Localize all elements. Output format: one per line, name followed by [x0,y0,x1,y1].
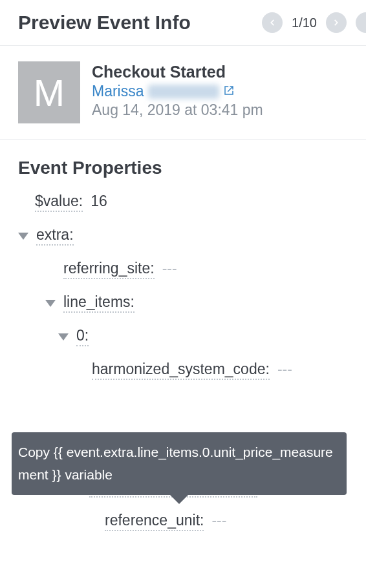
chevron-right-icon [332,18,341,27]
prop-key-ref-unit[interactable]: reference_unit: [105,512,204,531]
event-timestamp: Aug 14, 2019 at 03:41 pm [92,101,348,119]
prop-extra: extra: [18,226,366,246]
pager: 1/10 [262,12,366,33]
prop-key-referring-site[interactable]: referring_site: [63,260,155,279]
event-card: M Checkout Started Marissa Aug 14, 2019 … [0,46,366,140]
prop-hsc: harmonized_system_code: --- [18,361,366,380]
caret-icon[interactable] [58,333,69,341]
event-meta: Checkout Started Marissa Aug 14, 2019 at… [92,61,348,123]
external-link-icon[interactable] [223,83,235,100]
copy-variable-tooltip[interactable]: Copy {{ event.extra.line_items.0.unit_pr… [12,432,347,495]
prop-val-referring-site: --- [162,260,177,277]
avatar: M [18,61,80,123]
event-properties-title: Event Properties [18,158,366,178]
pager-count: 1/10 [292,16,317,30]
prop-key-0[interactable]: 0: [76,327,89,346]
prop-line-items: line_items: [18,293,366,313]
prop-index-0: 0: [18,327,366,346]
header: Preview Event Info 1/10 [0,0,366,46]
chevron-left-icon [268,18,277,27]
prop-key-line-items[interactable]: line_items: [63,293,135,313]
prop-referring-site: referring_site: --- [18,260,366,279]
event-user-link[interactable]: Marissa [92,83,348,100]
prop-val-ref-unit: --- [211,512,226,529]
prop-key-hsc[interactable]: harmonized_system_code: [92,361,270,380]
page-title: Preview Event Info [18,12,191,34]
prop-reference-unit: reference_unit: --- [18,512,366,531]
caret-icon[interactable] [45,300,56,307]
next-button[interactable] [326,12,347,33]
prop-key-extra[interactable]: extra: [36,226,74,246]
prev-button[interactable] [262,12,283,33]
user-last-name-redacted [148,85,219,99]
prop-value: $value: 16 [18,193,366,212]
caret-icon[interactable] [18,233,28,240]
prop-key-value[interactable]: $value: [35,193,83,212]
pager-more-button[interactable] [356,12,366,33]
user-first-name[interactable]: Marissa [92,83,144,100]
prop-val-value: 16 [91,193,107,210]
prop-val-hsc: --- [277,361,292,378]
event-name: Checkout Started [92,63,348,81]
